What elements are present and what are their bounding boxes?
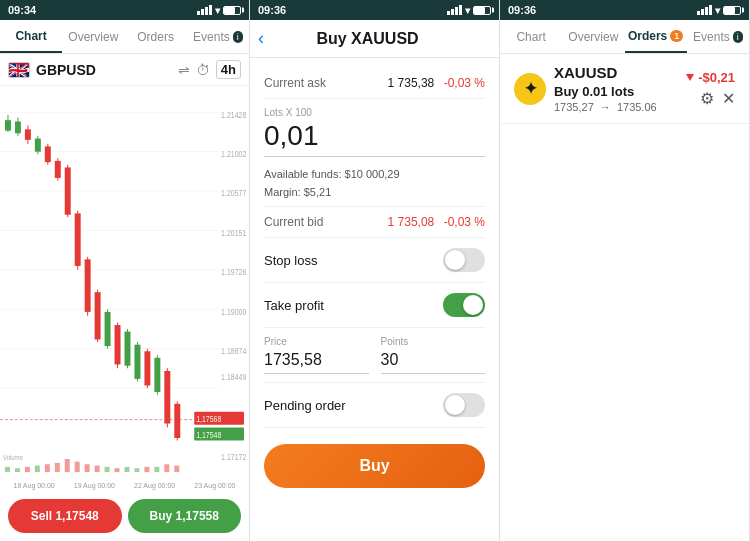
order-actions: ⚙ ✕ bbox=[700, 89, 735, 108]
svg-rect-60 bbox=[25, 467, 30, 472]
points-field: Points 30 bbox=[381, 336, 486, 374]
wifi-icon-p3: ▾ bbox=[715, 5, 720, 16]
back-button-p2[interactable]: ‹ bbox=[258, 28, 264, 49]
tab-events-p1[interactable]: Events i bbox=[187, 20, 249, 53]
svg-text:1.21428: 1.21428 bbox=[221, 110, 247, 120]
svg-rect-49 bbox=[164, 371, 170, 424]
svg-rect-27 bbox=[55, 161, 61, 178]
available-funds-row: Available funds: $10 000,29 bbox=[264, 165, 485, 183]
svg-rect-21 bbox=[25, 129, 31, 140]
svg-rect-72 bbox=[144, 467, 149, 472]
lots-label: Lots X 100 bbox=[264, 107, 485, 118]
svg-rect-62 bbox=[45, 464, 50, 472]
svg-text:1.19726: 1.19726 bbox=[221, 267, 247, 277]
events-badge-p1: i bbox=[233, 31, 243, 43]
orders-panel: 09:36 ▾ Chart Overview Orders 1 Even bbox=[500, 0, 750, 541]
events-badge-p3: i bbox=[733, 31, 743, 43]
price-value[interactable]: 1735,58 bbox=[264, 351, 369, 374]
svg-rect-47 bbox=[154, 358, 160, 392]
gbp-flag-icon bbox=[8, 62, 30, 78]
take-profit-label: Take profit bbox=[264, 298, 324, 313]
tab-overview-p3[interactable]: Overview bbox=[562, 20, 624, 53]
points-label: Points bbox=[381, 336, 486, 347]
buy-action-button[interactable]: Buy bbox=[264, 444, 485, 488]
stop-loss-row: Stop loss bbox=[264, 238, 485, 283]
svg-rect-65 bbox=[75, 462, 80, 473]
lots-value[interactable]: 0,01 bbox=[264, 120, 485, 157]
current-ask-value: 1 735,38 bbox=[388, 76, 435, 90]
order-lots: Buy 0.01 lots bbox=[554, 84, 686, 99]
xau-symbol: XAUUSD bbox=[554, 64, 617, 81]
stop-loss-toggle[interactable] bbox=[443, 248, 485, 272]
svg-rect-68 bbox=[105, 467, 110, 472]
candlestick-chart: 1.21428 1.21002 1.20577 1.20151 1.19726 … bbox=[0, 86, 249, 480]
tab-orders-p1[interactable]: Orders bbox=[125, 20, 187, 53]
svg-rect-63 bbox=[55, 463, 60, 472]
symbol-row-p1: GBPUSD ⇌ ⏱ 4h bbox=[0, 54, 249, 86]
svg-text:1,17548: 1,17548 bbox=[196, 430, 222, 440]
panel2-title: Buy XAUUSD bbox=[316, 30, 418, 48]
status-icons-p1: ▾ bbox=[197, 5, 241, 16]
status-bar-p3: 09:36 ▾ bbox=[500, 0, 749, 20]
triangle-down-icon bbox=[686, 74, 694, 81]
svg-rect-33 bbox=[85, 259, 91, 312]
nav-bar-p2: ‹ Buy XAUUSD bbox=[250, 20, 499, 58]
svg-rect-58 bbox=[5, 467, 10, 472]
xau-icon: ✦ bbox=[514, 73, 546, 105]
svg-rect-25 bbox=[45, 146, 51, 162]
timeframe-label[interactable]: 4h bbox=[216, 60, 241, 79]
current-ask-change: -0,03 % bbox=[444, 76, 485, 90]
current-bid-row: Current bid 1 735,08 -0,03 % bbox=[264, 207, 485, 238]
settings-icon[interactable]: ⚙ bbox=[700, 89, 714, 108]
svg-rect-17 bbox=[5, 120, 11, 131]
points-value[interactable]: 30 bbox=[381, 351, 486, 374]
time-p3: 09:36 bbox=[508, 4, 536, 16]
tab-orders-p3[interactable]: Orders 1 bbox=[625, 20, 687, 53]
svg-rect-66 bbox=[85, 464, 90, 472]
tab-overview-p1[interactable]: Overview bbox=[62, 20, 124, 53]
svg-rect-31 bbox=[75, 213, 81, 266]
status-icons-p2: ▾ bbox=[447, 5, 491, 16]
filter-icon[interactable]: ⇌ bbox=[178, 62, 190, 78]
svg-rect-39 bbox=[115, 325, 121, 364]
lots-section: Lots X 100 0,01 Available funds: $10 000… bbox=[264, 107, 485, 207]
current-ask-label: Current ask bbox=[264, 76, 326, 90]
svg-text:1.18874: 1.18874 bbox=[221, 346, 247, 356]
tab-chart-p3[interactable]: Chart bbox=[500, 20, 562, 53]
svg-text:1.19000: 1.19000 bbox=[221, 307, 247, 317]
order-prices: 1735,27 → 1735.06 bbox=[554, 101, 686, 113]
time-p2: 09:36 bbox=[258, 4, 286, 16]
tab-chart-p1[interactable]: Chart bbox=[0, 20, 62, 53]
pending-order-toggle[interactable] bbox=[443, 393, 485, 417]
svg-rect-23 bbox=[35, 139, 41, 152]
close-order-icon[interactable]: ✕ bbox=[722, 89, 735, 108]
stop-loss-label: Stop loss bbox=[264, 253, 317, 268]
chart-panel: 09:34 ▾ Chart Overview Orders Events i bbox=[0, 0, 250, 541]
svg-text:Volume: Volume bbox=[3, 454, 23, 462]
tab-bar-p1: Chart Overview Orders Events i bbox=[0, 20, 249, 54]
clock-icon: ⏱ bbox=[196, 62, 210, 78]
svg-rect-45 bbox=[144, 351, 150, 385]
svg-rect-74 bbox=[164, 464, 169, 472]
svg-text:1.18449: 1.18449 bbox=[221, 372, 247, 382]
order-right: -$0,21 ⚙ ✕ bbox=[686, 70, 735, 108]
svg-rect-73 bbox=[154, 467, 159, 472]
current-bid-label: Current bid bbox=[264, 215, 323, 229]
take-profit-toggle[interactable] bbox=[443, 293, 485, 317]
pending-order-label: Pending order bbox=[264, 398, 346, 413]
chart-controls: ⇌ ⏱ 4h bbox=[178, 60, 241, 79]
order-pnl: -$0,21 bbox=[686, 70, 735, 85]
buy-panel: 09:36 ▾ ‹ Buy XAUUSD Current ask 1 735,3… bbox=[250, 0, 500, 541]
wifi-icon: ▾ bbox=[215, 5, 220, 16]
buy-button[interactable]: Buy 1,17558 bbox=[128, 499, 242, 533]
svg-rect-75 bbox=[174, 466, 179, 473]
signal-icon-p2 bbox=[447, 5, 462, 15]
status-icons-p3: ▾ bbox=[697, 5, 741, 16]
sell-button[interactable]: Sell 1,17548 bbox=[8, 499, 122, 533]
battery-icon-p2 bbox=[473, 6, 491, 15]
signal-icon bbox=[197, 5, 212, 15]
tab-events-p3[interactable]: Events i bbox=[687, 20, 749, 53]
chart-area: 1.21428 1.21002 1.20577 1.20151 1.19726 … bbox=[0, 86, 249, 480]
battery-icon bbox=[223, 6, 241, 15]
svg-text:1,17568: 1,17568 bbox=[196, 414, 222, 424]
